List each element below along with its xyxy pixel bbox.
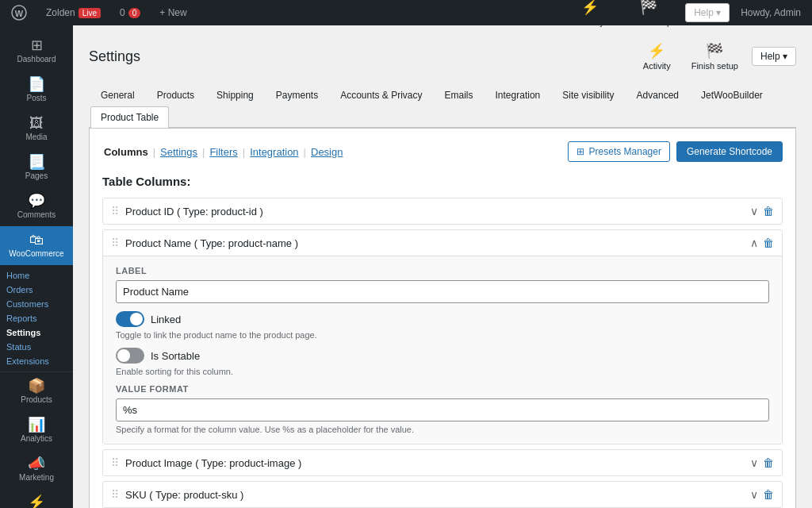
comments-icon: 💬 xyxy=(28,194,45,208)
sidebar-item-elementor[interactable]: ⚡ Elementor xyxy=(0,489,73,508)
sidebar-label-marketing: Marketing xyxy=(19,473,54,483)
help-button[interactable]: Help ▾ xyxy=(685,3,730,22)
linked-hint: Toggle to link the product name to the p… xyxy=(116,330,769,340)
column-row-product-image: ⠿ Product Image ( Type: product-image ) … xyxy=(102,449,783,476)
sidebar-item-posts[interactable]: 📄 Posts xyxy=(0,71,73,110)
linked-toggle[interactable] xyxy=(116,311,144,327)
woo-subitem-extensions[interactable]: Extensions xyxy=(0,354,73,368)
activity-top-icon: ⚡ xyxy=(648,42,665,60)
tab-accounts[interactable]: Accounts & Privacy xyxy=(330,84,432,106)
sidebar-label-media: Media xyxy=(25,133,47,142)
user-greeting[interactable]: Howdy, Admin xyxy=(736,0,806,25)
settings-content: Columns | Settings | Filters | Integrati… xyxy=(89,128,796,508)
woo-subitem-status[interactable]: Status xyxy=(0,340,73,354)
sidebar-item-comments[interactable]: 💬 Comments xyxy=(0,187,73,226)
tab-payments[interactable]: Payments xyxy=(266,84,328,106)
column-header-product-image[interactable]: ⠿ Product Image ( Type: product-image ) … xyxy=(103,450,782,475)
drag-handle-product-image[interactable]: ⠿ xyxy=(111,456,119,469)
page-header: Settings ⚡ Activity 🏁 Finish setup Help … xyxy=(89,38,796,75)
tab-integration[interactable]: Integration xyxy=(485,84,551,106)
site-name[interactable]: Zolden Live xyxy=(41,0,105,25)
sidebar-item-media[interactable]: 🖼 Media xyxy=(0,110,73,148)
drag-handle-sku[interactable]: ⠿ xyxy=(111,488,119,501)
delete-product-id[interactable]: 🗑 xyxy=(763,205,774,217)
column-row-product-id: ⠿ Product ID ( Type: product-id ) ∨ 🗑 xyxy=(102,198,783,225)
linked-toggle-knob xyxy=(130,313,143,325)
sidebar-item-dashboard[interactable]: ⊞ Dashboard xyxy=(0,32,73,71)
column-header-product-name[interactable]: ⠿ Product Name ( Type: product-name ) ∧ … xyxy=(103,230,782,256)
notifications[interactable]: 0 0 xyxy=(115,0,145,25)
table-columns-title: Table Columns: xyxy=(102,175,783,188)
presets-icon: ⊞ xyxy=(576,146,584,157)
column-row-product-name: ⠿ Product Name ( Type: product-name ) ∧ … xyxy=(102,229,783,444)
tab-products[interactable]: Products xyxy=(147,84,205,106)
label-input[interactable] xyxy=(116,280,769,303)
value-format-label: VALUE FORMAT xyxy=(116,384,769,394)
subnav-integration[interactable]: Integration xyxy=(248,146,300,158)
admin-sidebar: ⊞ Dashboard 📄 Posts 🖼 Media 📃 Pages 💬 Co… xyxy=(0,25,73,508)
woocommerce-icon: 🛍 xyxy=(29,233,44,247)
linked-toggle-row: Linked xyxy=(116,311,769,327)
presets-manager-button[interactable]: ⊞ Presets Manager xyxy=(568,141,670,162)
drag-handle-product-id[interactable]: ⠿ xyxy=(111,205,119,217)
finish-setup-button[interactable]: 🏁 Finish setup xyxy=(618,0,679,31)
tab-product-table[interactable]: Product Table xyxy=(90,106,169,128)
subnav-design[interactable]: Design xyxy=(309,146,344,158)
settings-tabs: General Products Shipping Payments Accou… xyxy=(89,84,796,128)
sortable-label: Is Sortable xyxy=(151,350,200,362)
sidebar-item-products[interactable]: 📦 Products xyxy=(0,372,73,411)
sidebar-item-woocommerce[interactable]: 🛍 WooCommerce xyxy=(0,226,73,265)
page-title: Settings xyxy=(89,48,140,65)
woo-subitem-home[interactable]: Home xyxy=(0,268,73,283)
sidebar-label-woocommerce: WooCommerce xyxy=(9,249,63,259)
sortable-toggle[interactable] xyxy=(116,348,144,364)
posts-icon: 📄 xyxy=(28,77,45,91)
sidebar-item-analytics[interactable]: 📊 Analytics xyxy=(0,411,73,450)
delete-product-name[interactable]: 🗑 xyxy=(763,237,774,249)
column-header-product-id[interactable]: ⠿ Product ID ( Type: product-id ) ∨ 🗑 xyxy=(103,198,782,224)
chevron-down-product-image[interactable]: ∨ xyxy=(750,456,758,469)
tab-shipping[interactable]: Shipping xyxy=(206,84,264,106)
tab-site-visibility[interactable]: Site visibility xyxy=(552,84,624,106)
tab-jetwoobuilder[interactable]: JetWooBuilder xyxy=(691,84,773,106)
column-header-sku[interactable]: ⠿ SKU ( Type: product-sku ) ∨ 🗑 xyxy=(103,482,782,507)
activity-button[interactable]: ⚡ Activity xyxy=(569,0,611,31)
activity-btn[interactable]: ⚡ Activity xyxy=(636,38,678,75)
chevron-down-product-id[interactable]: ∨ xyxy=(750,205,758,217)
tab-advanced[interactable]: Advanced xyxy=(626,84,689,106)
label-field-label: LABEL xyxy=(116,266,769,275)
new-content[interactable]: + New xyxy=(155,0,191,25)
activity-icon: ⚡ xyxy=(581,0,599,16)
subnav-filters[interactable]: Filters xyxy=(208,146,239,158)
wp-logo[interactable]: W xyxy=(6,0,32,25)
chevron-down-sku[interactable]: ∨ xyxy=(750,488,758,501)
finish-setup-icon: 🏁 xyxy=(706,42,723,60)
delete-sku[interactable]: 🗑 xyxy=(763,488,774,501)
column-body-product-name: LABEL Linked Toggle to link the product … xyxy=(103,256,782,444)
generate-shortcode-button[interactable]: Generate Shortcode xyxy=(676,141,783,162)
delete-product-image[interactable]: 🗑 xyxy=(763,456,774,469)
sidebar-item-pages[interactable]: 📃 Pages xyxy=(0,148,73,187)
sortable-hint: Enable sorting for this column. xyxy=(116,367,769,376)
value-format-section: VALUE FORMAT Specify a format for the co… xyxy=(116,384,769,434)
woo-subitem-customers[interactable]: Customers xyxy=(0,297,73,311)
products-icon: 📦 xyxy=(28,379,45,393)
woo-subitem-reports[interactable]: Reports xyxy=(0,311,73,325)
drag-handle-product-name[interactable]: ⠿ xyxy=(111,237,119,249)
help-dropdown-btn[interactable]: Help ▾ xyxy=(752,47,796,66)
finish-setup-btn[interactable]: 🏁 Finish setup xyxy=(684,38,745,75)
column-row-sku: ⠿ SKU ( Type: product-sku ) ∨ 🗑 xyxy=(102,481,783,508)
notif-badge: 0 xyxy=(128,8,141,18)
woo-subitem-orders[interactable]: Orders xyxy=(0,283,73,297)
tab-emails[interactable]: Emails xyxy=(435,84,484,106)
tab-general[interactable]: General xyxy=(90,84,145,106)
subnav-columns[interactable]: Columns xyxy=(102,146,150,158)
sidebar-item-marketing[interactable]: 📣 Marketing xyxy=(0,450,73,489)
sidebar-label-comments: Comments xyxy=(17,210,56,220)
woo-subitem-settings[interactable]: Settings xyxy=(0,325,73,340)
subnav-settings[interactable]: Settings xyxy=(159,146,199,158)
value-format-input[interactable] xyxy=(116,398,769,421)
sidebar-label-products: Products xyxy=(21,395,52,405)
column-name-product-name: Product Name ( Type: product-name ) xyxy=(125,237,744,249)
chevron-up-product-name[interactable]: ∧ xyxy=(750,237,758,249)
